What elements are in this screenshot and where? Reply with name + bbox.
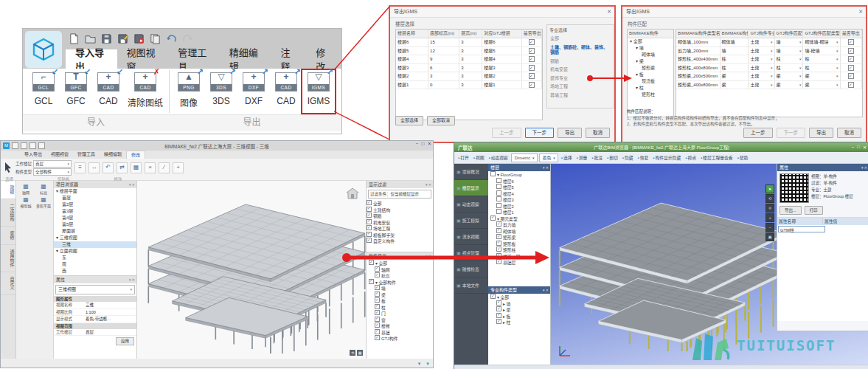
discipline-option[interactable]: 场地工程 [549, 83, 611, 92]
footer-button[interactable]: 下一步 [777, 128, 806, 138]
export-checkbox[interactable] [848, 48, 854, 54]
checkbox[interactable] [367, 207, 372, 212]
close-icon[interactable] [607, 7, 611, 17]
delete-icon[interactable]: × [145, 162, 156, 173]
move-icon[interactable]: ↔ [88, 162, 100, 173]
3d-viewport[interactable]: ⟲▦ [137, 181, 367, 359]
toolbar-button[interactable]: 视图 [472, 154, 486, 161]
ribbon-tab[interactable]: 注释 [271, 49, 306, 69]
checkbox[interactable] [496, 178, 501, 183]
mirror-icon[interactable]: ⇄ [117, 162, 128, 173]
checkbox[interactable] [496, 319, 501, 324]
sidebar-item[interactable]: 楼层显示 [454, 180, 488, 196]
filter-funnel-icons[interactable]: ▼ ▼ [417, 362, 431, 366]
table-row[interactable]: 楼层2 3 3 楼层2 [396, 72, 542, 81]
browser-tree-item[interactable]: 第3层 [54, 208, 136, 215]
tree-item[interactable]: ▾ 墙 [628, 45, 673, 52]
mode-tab[interactable]: 自定义 [1, 272, 15, 295]
toolbar-button[interactable]: Dimetric [511, 154, 538, 162]
close-icon[interactable]: ✕ [428, 141, 431, 147]
footer-button[interactable]: 上一步 [743, 128, 773, 138]
checkbox[interactable] [375, 272, 380, 277]
sidebar-item[interactable]: 视点管理 [454, 245, 488, 261]
table-row[interactable]: 楼层3 6 3 楼层3 [396, 64, 542, 73]
sidebar-item[interactable]: 碰撞检查 [454, 261, 488, 277]
tree-item[interactable]: ▾ 全部 [628, 38, 673, 45]
ribbon-button[interactable]: CAD 清除图纸 [125, 70, 166, 113]
3d-viewport[interactable]: ➤ ⟲ ✛ + − ▣ 属性▾ ✕ 视图：单-构件过滤：单-构件专业：土建楼层：… [551, 164, 868, 365]
mode-tab[interactable]: 建模 [1, 181, 15, 199]
floor-tree-item[interactable]: ▾ FloorGroup [488, 171, 550, 178]
property-row[interactable]: 工作楼层首层 [54, 329, 136, 337]
new-file-icon[interactable] [69, 33, 80, 44]
browser-tree-item[interactable]: ▾ 三维视图 [54, 235, 136, 241]
ribbon-button[interactable]: GFC GFC [60, 70, 92, 113]
checkbox[interactable] [375, 292, 380, 297]
ribbon-tab[interactable]: 导入导出 [20, 151, 46, 159]
tree-item[interactable]: 矩形梁 [628, 65, 673, 72]
checkbox[interactable] [496, 300, 501, 306]
pin-close-icons[interactable]: ▾ ✕ [426, 181, 431, 188]
mode-tab[interactable]: 通用构件 [1, 245, 15, 272]
tree-item[interactable]: 矩形柱 [628, 92, 673, 98]
apply-button[interactable]: 应用 [116, 337, 134, 345]
component-item[interactable]: GTJ构件 [367, 335, 433, 342]
ribbon-tab[interactable]: 修改 [306, 49, 341, 69]
table-row[interactable]: 矩形梁_400x800mm 梁 土建 梁 梁 [676, 81, 862, 90]
pin-close-icons[interactable]: ▾ ✕ [129, 181, 135, 188]
checkbox[interactable] [496, 221, 501, 227]
checkbox[interactable] [490, 171, 496, 176]
discipline-option[interactable]: 土建、钢筋砼、砌体、装饰、钢筋 [549, 44, 611, 58]
discipline-option[interactable]: 幕墙工程 [549, 92, 611, 100]
floor-tree-item[interactable]: 楼层4 [488, 190, 550, 197]
floor-tree-item[interactable]: 基础层 [488, 259, 550, 266]
split-icon[interactable]: ∕ [159, 162, 170, 173]
ribbon-button[interactable]: 3DS 3DS [205, 70, 237, 113]
measure-icon[interactable]: + [173, 162, 184, 173]
filter-item[interactable]: 场地工程 [367, 225, 433, 232]
ribbon-button[interactable]: CAD CAD [270, 70, 302, 113]
checkbox[interactable] [496, 306, 501, 311]
save-as-icon[interactable] [117, 33, 128, 44]
floor-tree-item[interactable]: 楼层2 [488, 203, 550, 210]
draw-tool-button[interactable]: ▦ 标高 [35, 183, 52, 195]
browser-tree-item[interactable]: 第2层 [54, 201, 136, 208]
checkbox[interactable] [375, 329, 380, 334]
floor-tree-item[interactable]: 楼层6 [488, 178, 550, 184]
ribbon-tab[interactable]: 导入导出 [66, 49, 117, 69]
minimize-icon[interactable]: − [852, 145, 855, 150]
table-row[interactable]: 楼层4 9 3 楼层4 [396, 55, 542, 64]
sidebar-item[interactable]: 项目概况 [454, 164, 488, 180]
panel-button[interactable]: 打印 [805, 206, 823, 215]
checkbox[interactable] [490, 215, 496, 221]
footer-button[interactable]: 下一步 [525, 128, 555, 138]
checkbox[interactable] [367, 200, 372, 205]
table-row[interactable]: 楼层6 15 3 楼层6 [396, 38, 542, 47]
browser-tree-item[interactable]: 东 [54, 255, 136, 261]
redo-icon[interactable] [182, 33, 193, 44]
panel-button[interactable]: 导出... [780, 206, 802, 215]
export-checkbox[interactable] [529, 39, 535, 45]
toolbar-button[interactable]: 隐藏 [621, 154, 635, 161]
mode-tab[interactable]: 装修 [1, 227, 15, 245]
checkbox[interactable] [496, 313, 501, 318]
ribbon-button[interactable]: CAD CAD [92, 70, 125, 113]
maximize-icon[interactable]: □ [857, 145, 860, 150]
checkbox[interactable] [367, 219, 372, 224]
sidebar-item[interactable]: 流水视图 [454, 229, 488, 245]
toolbar-button[interactable]: 剖切 [605, 154, 619, 161]
toolbar-button[interactable]: 测量 [575, 154, 589, 161]
ribbon-button[interactable]: GCL GCL [27, 70, 60, 113]
footer-button[interactable]: 取消 [586, 128, 610, 138]
tree-item[interactable]: ▾ 梁 [628, 58, 673, 65]
array-icon[interactable]: ▦ [131, 162, 142, 173]
close-icon[interactable] [858, 7, 863, 17]
filter-item[interactable]: 机电安装 [367, 219, 433, 226]
table-row[interactable]: 砌体墙_100mm 砌体墙 土建 墙 砌体墙-砌块 [676, 38, 862, 47]
browser-tree-item[interactable]: 第5层 [54, 221, 136, 228]
checkbox[interactable] [496, 246, 501, 252]
browser-tree-item[interactable]: 三维 [54, 241, 136, 248]
draw-tool-button[interactable]: ▦ 参照平面 [35, 196, 52, 208]
export-checkbox[interactable] [848, 82, 854, 88]
checkbox[interactable] [496, 184, 501, 189]
